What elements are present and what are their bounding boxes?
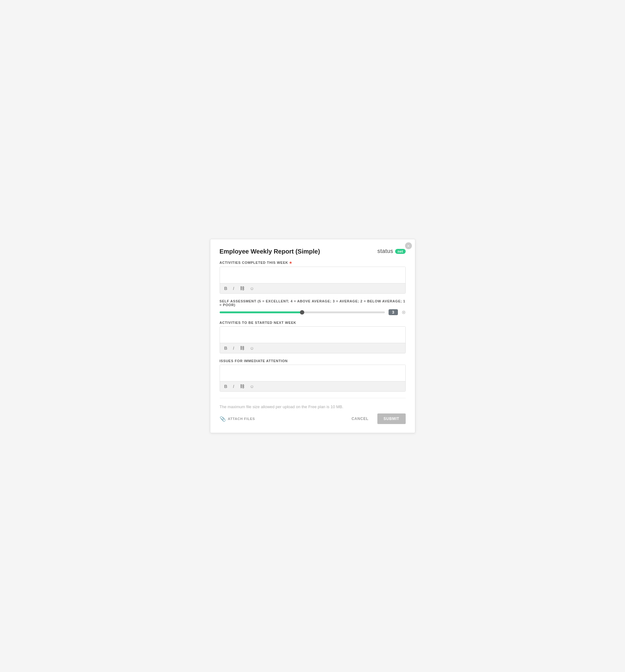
modal-header: Employee Weekly Report (Simple) status n… — [220, 248, 406, 255]
file-info-text: The maximum file size allowed per upload… — [220, 404, 406, 409]
emoji-icon-1: ☺ — [250, 286, 254, 291]
bold-button-2[interactable]: B — [223, 345, 229, 351]
footer-actions: CANCEL SUBMIT — [348, 413, 406, 424]
attach-files-button[interactable]: 📎 ATTACH FILES — [220, 416, 255, 422]
modal-overlay: Employee Weekly Report (Simple) status n… — [0, 0, 625, 672]
slider-value-badge: 3 — [389, 309, 398, 315]
link-icon-1: ⛓ — [240, 286, 244, 291]
required-star: ★ — [289, 261, 292, 264]
link-icon-3: ⛓ — [240, 384, 244, 389]
activities-this-week-toolbar: B I ⛓ ☺ — [220, 283, 405, 293]
submit-button[interactable]: SUBMIT — [377, 413, 406, 424]
modal-dialog: Employee Weekly Report (Simple) status n… — [210, 239, 415, 433]
emoji-icon-3: ☺ — [250, 384, 254, 389]
activities-next-week-toolbar: B I ⛓ ☺ — [220, 343, 405, 353]
activities-next-week-section: ACTIVITIES TO BE STARTED NEXT WEEK B I ⛓… — [220, 321, 406, 354]
link-icon-2: ⛓ — [240, 346, 244, 351]
issues-input[interactable] — [220, 365, 405, 381]
issues-label: ISSUES FOR IMMEDIATE ATTENTION — [220, 359, 406, 363]
slider-row: 3 ⊗ — [220, 309, 406, 315]
link-button-3[interactable]: ⛓ — [239, 383, 245, 389]
issues-section: ISSUES FOR IMMEDIATE ATTENTION B I ⛓ ☺ — [220, 359, 406, 392]
close-button[interactable]: × — [405, 242, 412, 249]
activities-this-week-section: ACTIVITIES COMPLETED THIS WEEK★ B I ⛓ ☺ — [220, 261, 406, 294]
emoji-icon-2: ☺ — [250, 346, 254, 351]
link-button-2[interactable]: ⛓ — [239, 345, 245, 351]
emoji-button-2[interactable]: ☺ — [248, 345, 256, 351]
issues-editor: B I ⛓ ☺ — [220, 365, 406, 392]
activities-this-week-editor: B I ⛓ ☺ — [220, 267, 406, 294]
issues-toolbar: B I ⛓ ☺ — [220, 381, 405, 391]
bold-button-3[interactable]: B — [223, 383, 229, 389]
brand-logo: status net — [377, 248, 405, 255]
self-assessment-section: SELF ASSESSMENT (5 = EXCELLENT; 4 = ABOV… — [220, 299, 406, 315]
italic-button-2[interactable]: I — [232, 345, 236, 351]
activities-this-week-label: ACTIVITIES COMPLETED THIS WEEK★ — [220, 261, 406, 265]
activities-next-week-editor: B I ⛓ ☺ — [220, 326, 406, 354]
emoji-button-1[interactable]: ☺ — [248, 285, 256, 291]
activities-next-week-label: ACTIVITIES TO BE STARTED NEXT WEEK — [220, 321, 406, 325]
slider-thumb — [300, 310, 304, 314]
italic-button-3[interactable]: I — [232, 383, 236, 389]
emoji-button-3[interactable]: ☺ — [248, 383, 256, 389]
slider-clear-button[interactable]: ⊗ — [402, 310, 406, 315]
activities-this-week-input[interactable] — [220, 267, 405, 283]
modal-title: Employee Weekly Report (Simple) — [220, 248, 320, 255]
form-divider — [220, 398, 406, 398]
modal-title-group: Employee Weekly Report (Simple) — [220, 248, 320, 255]
italic-button-1[interactable]: I — [232, 285, 236, 291]
link-button-1[interactable]: ⛓ — [239, 285, 245, 291]
cancel-button[interactable]: CANCEL — [348, 414, 372, 424]
bold-button-1[interactable]: B — [223, 285, 229, 291]
activities-next-week-input[interactable] — [220, 327, 405, 343]
paperclip-icon: 📎 — [220, 416, 226, 422]
slider-track-container — [220, 311, 385, 313]
form-footer: 📎 ATTACH FILES CANCEL SUBMIT — [220, 413, 406, 424]
brand-text: status — [377, 248, 393, 255]
brand-badge: net — [395, 249, 405, 254]
self-assessment-label: SELF ASSESSMENT (5 = EXCELLENT; 4 = ABOV… — [220, 299, 406, 307]
